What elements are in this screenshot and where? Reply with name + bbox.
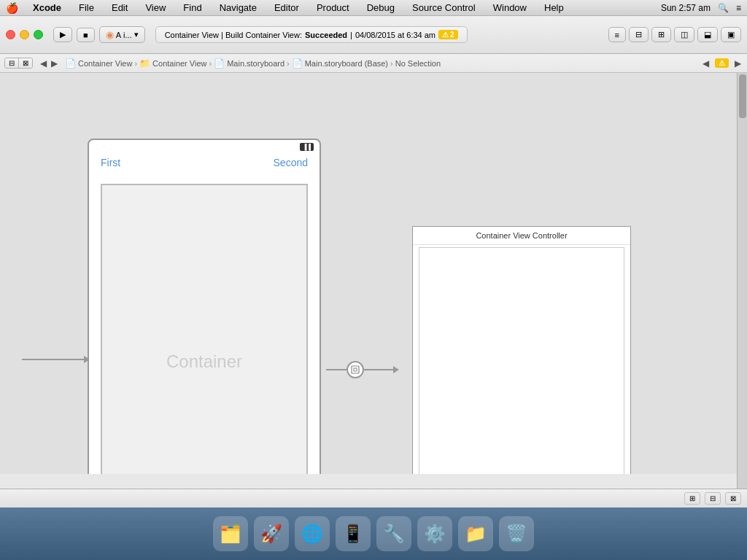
nav-size-small[interactable]: ⊟ xyxy=(5,58,18,68)
iphone-second-button[interactable]: Second xyxy=(274,157,308,168)
menubar-view[interactable]: View xyxy=(142,2,169,13)
iphone-first-button[interactable]: First xyxy=(101,157,120,168)
dock-launchpad[interactable]: 🚀 xyxy=(254,516,289,551)
nav-more-button[interactable]: ▶ xyxy=(733,58,743,69)
zoom-fit-button[interactable]: ⊞ xyxy=(684,492,700,505)
menubar-xcode[interactable]: Xcode xyxy=(30,2,64,13)
dock-safari[interactable]: 🌐 xyxy=(295,516,330,551)
maximize-button[interactable] xyxy=(34,30,43,39)
navbar-right: ◀ ⚠ ▶ xyxy=(701,58,743,69)
segue-connector xyxy=(326,361,399,378)
menubar-find[interactable]: Find xyxy=(180,2,204,13)
storyboard-canvas[interactable]: ▐▐ First Second Container xyxy=(0,73,737,474)
minimize-button[interactable] xyxy=(20,30,29,39)
container-vc-body xyxy=(419,247,624,474)
editor-standard-button[interactable]: ≡ xyxy=(608,27,626,42)
vertical-scrollbar[interactable] xyxy=(737,73,747,489)
search-icon[interactable]: 🔍 xyxy=(718,3,729,13)
breadcrumb-container-view[interactable]: Container View xyxy=(78,59,132,68)
close-button[interactable] xyxy=(6,30,15,39)
nav-forward-button[interactable]: ▶ xyxy=(50,58,59,69)
menubar-source-control[interactable]: Source Control xyxy=(409,2,479,13)
breadcrumb-main-storyboard-base-label[interactable]: Main.storyboard (Base) xyxy=(305,59,388,68)
storyboard-icon: 📄 xyxy=(214,58,225,69)
breadcrumb-sep-2: › xyxy=(209,59,212,68)
breadcrumb-main-storyboard-label[interactable]: Main.storyboard xyxy=(227,59,285,68)
utilities-toggle[interactable]: ▣ xyxy=(721,27,741,42)
container-vc-title: Container View Controller xyxy=(413,227,630,245)
scheme-selector[interactable]: ◉ A i... ▾ xyxy=(99,26,145,43)
menubar-file[interactable]: File xyxy=(76,2,97,13)
warning-count: 2 xyxy=(450,31,454,39)
build-status-prefix: Container View | Build Container View: xyxy=(165,31,302,39)
menu-clock: Sun 2:57 am xyxy=(661,3,711,13)
apple-menu[interactable]: 🍎 xyxy=(6,2,18,14)
traffic-lights xyxy=(6,30,43,39)
dock-files[interactable]: 📁 xyxy=(458,516,493,551)
menubar-window[interactable]: Window xyxy=(490,2,530,13)
build-status-bar: Container View | Build Container View: S… xyxy=(155,26,468,43)
breadcrumb-container-view-icon[interactable]: 📄 Container View xyxy=(65,58,132,69)
breadcrumb: 📄 Container View › 📁 Container View › 📄 … xyxy=(65,58,441,69)
dock: 🗂️ 🚀 🌐 📱 🔧 ⚙️ 📁 🗑️ xyxy=(0,508,747,560)
menubar-edit[interactable]: Edit xyxy=(109,2,131,13)
nav-arrows: ◀ ▶ xyxy=(39,58,59,69)
zoom-out-button[interactable]: ⊟ xyxy=(705,492,721,505)
zoom-in-button[interactable]: ⊠ xyxy=(725,492,741,505)
canvas-area[interactable]: ▐▐ First Second Container xyxy=(0,73,737,489)
warning-badge[interactable]: ⚠ 2 xyxy=(438,30,458,39)
breadcrumb-sep-1: › xyxy=(134,59,137,68)
document-icon: 📄 xyxy=(65,58,76,69)
breadcrumb-container-view-2[interactable]: Container View xyxy=(152,59,206,68)
svg-rect-8 xyxy=(354,368,357,371)
battery-icon: ▐▐ xyxy=(300,143,314,151)
menubar: 🍎 Xcode File Edit View Find Navigate Edi… xyxy=(0,0,747,16)
toolbar: ▶ ■ ◉ A i... ▾ Container View | Build Co… xyxy=(0,16,747,54)
segue-embed-icon[interactable] xyxy=(347,361,364,378)
chevron-down-icon: ▾ xyxy=(134,30,139,39)
navbar-warning-icon[interactable]: ⚠ xyxy=(715,58,729,68)
menu-icon[interactable]: ≡ xyxy=(736,3,741,13)
breadcrumb-main-storyboard[interactable]: 📄 Main.storyboard xyxy=(214,58,285,69)
breadcrumb-no-selection[interactable]: No Selection xyxy=(395,59,441,68)
dock-finder[interactable]: 🗂️ xyxy=(213,516,248,551)
segue-line-right xyxy=(364,369,393,370)
debug-area-toggle[interactable]: ⬓ xyxy=(697,27,718,42)
vscroll-thumb[interactable] xyxy=(739,74,746,118)
nav-collapse-button[interactable]: ◀ xyxy=(701,58,711,69)
run-button[interactable]: ▶ xyxy=(53,27,72,42)
stop-button[interactable]: ■ xyxy=(77,28,95,42)
app-icon: A xyxy=(116,31,121,39)
navigator-toggle[interactable]: ◫ xyxy=(674,27,694,42)
bottom-toolbar: ⊞ ⊟ ⊠ xyxy=(0,489,747,508)
menubar-navigate[interactable]: Navigate xyxy=(217,2,260,13)
breadcrumb-container-view-folder[interactable]: 📁 Container View xyxy=(139,58,206,69)
svg-rect-7 xyxy=(352,366,359,373)
menubar-product[interactable]: Product xyxy=(314,2,352,13)
dock-preferences[interactable]: ⚙️ xyxy=(417,516,452,551)
nav-back-button[interactable]: ◀ xyxy=(39,58,48,69)
segue-line-left xyxy=(326,369,347,370)
menubar-debug[interactable]: Debug xyxy=(364,2,398,13)
segue-arrowhead xyxy=(393,366,399,373)
build-status-result: Succeeded xyxy=(305,31,347,39)
container-placeholder-label: Container xyxy=(166,351,242,372)
navbar: ⊟ ⊠ ◀ ▶ 📄 Container View › 📁 Container V… xyxy=(0,54,747,73)
editor-assistant-button[interactable]: ⊟ xyxy=(629,27,649,42)
nav-size-medium[interactable]: ⊠ xyxy=(18,58,32,68)
dock-appstore[interactable]: 📱 xyxy=(336,516,371,551)
menubar-help[interactable]: Help xyxy=(541,2,567,13)
entry-arrow xyxy=(22,356,90,363)
breadcrumb-no-selection-label: No Selection xyxy=(395,59,441,68)
warning-icon: ⚠ xyxy=(442,31,449,39)
build-status-separator: | xyxy=(350,31,352,39)
menubar-editor[interactable]: Editor xyxy=(271,2,302,13)
editor-version-button[interactable]: ⊞ xyxy=(651,27,671,42)
navigator-size-toggle: ⊟ ⊠ xyxy=(4,58,33,69)
dock-trash[interactable]: 🗑️ xyxy=(499,516,534,551)
container-view-controller[interactable]: Container View Controller xyxy=(412,226,631,474)
main-area: ▐▐ First Second Container xyxy=(0,73,747,489)
breadcrumb-main-storyboard-base[interactable]: 📄 Main.storyboard (Base) xyxy=(292,58,388,69)
dock-xcode-tools[interactable]: 🔧 xyxy=(376,516,411,551)
iphone-frame[interactable]: ▐▐ First Second Container xyxy=(88,139,321,474)
